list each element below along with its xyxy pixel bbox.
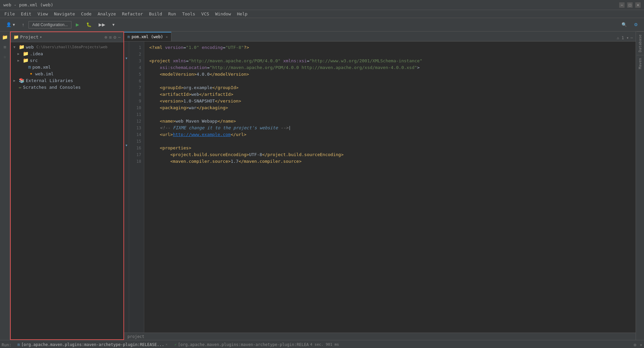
tree-pom-xml[interactable]: m pom.xml [11, 64, 123, 70]
tree-idea-folder[interactable]: ▶ 📁 .idea [11, 50, 123, 57]
project-panel-title[interactable]: 📁 Project ▾ [13, 34, 42, 40]
menu-view[interactable]: View [35, 11, 51, 17]
code-line-6 [149, 78, 631, 84]
fold-marker-7 [124, 82, 129, 88]
menu-code[interactable]: Code [78, 11, 94, 17]
maximize-button[interactable]: □ [627, 2, 633, 8]
menu-vcs[interactable]: VCS [199, 11, 212, 17]
account-button[interactable]: 👤 ▾ [3, 21, 18, 28]
run-tabs: Run: m [org.apache.maven.plugins:maven-a… [0, 340, 644, 348]
warning-count: ⚠ 1 ▾ [617, 36, 629, 40]
code-line-16: <properties> [149, 145, 631, 151]
line-num-12: 12 [129, 118, 144, 125]
right-sidebar: Database Maven [636, 31, 644, 340]
run-tab-badge: 4 sec. 901 ms [310, 342, 339, 347]
editor-area: m pom.xml (web) × ⚠ 1 ▾ ⋯ ▼ [124, 31, 636, 340]
tree-root-web[interactable]: ▼ 📁 web C:\Users\zhaoll\IdeaProjects\web [11, 44, 123, 50]
code-content[interactable]: <?xml version="1.0" encoding="UTF-8"?> <… [144, 42, 636, 333]
fold-marker-13 [124, 122, 129, 129]
close-button[interactable]: × [635, 2, 641, 8]
menu-navigate[interactable]: Navigate [51, 11, 78, 17]
line-num-1: 1 [129, 44, 144, 51]
menu-edit[interactable]: Edit [18, 11, 34, 17]
menu-build[interactable]: Build [146, 11, 165, 17]
run-success-icon: ✓ [174, 343, 176, 346]
tree-src-folder[interactable]: ▶ 📁 src [11, 57, 123, 64]
menu-window[interactable]: Window [213, 11, 234, 17]
right-tab-maven[interactable]: Maven [637, 55, 644, 72]
tree-web-iml[interactable]: 🔸 web.iml [11, 70, 123, 77]
line-num-9: 9 [129, 98, 144, 105]
sidebar-structure-icon[interactable]: ≡ [1, 43, 9, 51]
line-num-8: 8 [129, 91, 144, 98]
sidebar-project-icon[interactable]: 📁 [1, 33, 9, 41]
fold-marker-5 [124, 68, 129, 75]
add-configuration-button[interactable]: Add Configuration... [29, 21, 71, 28]
fold-marker-18 [124, 155, 129, 162]
minimize-button[interactable]: − [619, 2, 625, 8]
code-line-5: <modelVersion>4.0.0</modelVersion> [149, 71, 631, 78]
update-button[interactable]: ↑ [19, 21, 27, 28]
code-line-3: <project xmlns="http://maven.apache.org/… [149, 58, 631, 64]
expand-editor-button[interactable]: ⋯ [631, 36, 633, 40]
tab-pom-xml[interactable]: m pom.xml (web) × [124, 32, 171, 41]
fold-marker-15 [124, 135, 129, 142]
run-play-button[interactable]: ▶ [73, 21, 82, 28]
sort-icon[interactable]: ≡ [109, 34, 112, 40]
right-tab-database[interactable]: Database [637, 31, 644, 55]
fold-marker-1 [124, 42, 129, 48]
run-tab-2[interactable]: ✓ [org.apache.maven.plugins:maven-archet… [172, 341, 341, 348]
code-line-4: xsi:schemaLocation="http://maven.apache.… [149, 64, 631, 71]
expand-arrow-idea: ▶ [17, 52, 21, 56]
line-num-7: 7 [129, 84, 144, 91]
menu-analyze[interactable]: Analyze [95, 11, 119, 17]
line-num-2: 2 [129, 51, 144, 58]
fold-marker-9 [124, 95, 129, 102]
code-line-12: <name>web Maven Webapp</name> [149, 118, 631, 125]
code-line-17: <project.build.sourceEncoding>UTF-8</pro… [149, 151, 631, 158]
settings-button[interactable]: ⚙ [631, 21, 641, 28]
fold-gutter: ▼ ▼ [124, 42, 129, 333]
code-line-7: <groupId>org.example</groupId> [149, 84, 631, 91]
scratch-icon: ✏ [19, 84, 21, 90]
run-tab-close-1[interactable]: × [165, 343, 167, 346]
menu-run[interactable]: Run [165, 11, 178, 17]
debug-button[interactable]: 🐛 [84, 21, 94, 28]
panel-settings-icon[interactable]: ⚙ [113, 34, 116, 40]
line-num-10: 10 [129, 105, 144, 111]
toolbar: 👤 ▾ ↑ Add Configuration... ▶ 🐛 ▶▶ ▾ 🔍 ⚙ [0, 18, 644, 31]
fold-marker-2 [124, 48, 129, 55]
menu-help[interactable]: Help [234, 11, 250, 17]
fold-marker-4 [124, 62, 129, 68]
menu-refactor[interactable]: Refactor [119, 11, 146, 17]
run-settings-icon[interactable]: ⚙ [634, 342, 636, 347]
line-num-18: 18 [129, 158, 144, 165]
fold-marker-8 [124, 88, 129, 95]
line-num-14: 14 [129, 131, 144, 138]
locate-icon[interactable]: ⊕ [104, 34, 107, 40]
project-tree: ▼ 📁 web C:\Users\zhaoll\IdeaProjects\web… [11, 42, 123, 339]
menu-tools[interactable]: Tools [179, 11, 198, 17]
expand-arrow-web: ▼ [13, 45, 17, 49]
folder-icon: 📁 [13, 34, 19, 40]
run-tab-1[interactable]: m [org.apache.maven.plugins:maven-archet… [15, 341, 170, 348]
tree-scratches-consoles[interactable]: ✏ Scratches and Consoles [11, 84, 123, 90]
panel-minimize-icon[interactable]: − [118, 34, 121, 40]
search-everywhere-button[interactable]: 🔍 [619, 21, 630, 28]
run-coverage-button[interactable]: ▶▶ [96, 21, 108, 28]
tab-close-button[interactable]: × [166, 35, 168, 39]
code-line-10: <packaging>war</packaging> [149, 105, 631, 111]
project-panel-icons: ⊕ ≡ ⚙ − [104, 34, 121, 40]
run-close-icon[interactable]: × [640, 342, 642, 347]
code-line-9: <version>1.0-SNAPSHOT</version> [149, 98, 631, 105]
tree-external-libraries[interactable]: ▶ 📚 External Libraries [11, 77, 123, 84]
menu-file[interactable]: File [2, 11, 17, 17]
line-num-3: 3 [129, 58, 144, 64]
expand-arrow-ext: ▶ [13, 79, 17, 82]
line-num-13: 13 [129, 125, 144, 131]
line-num-4: 4 [129, 64, 144, 71]
line-num-17: 17 [129, 151, 144, 158]
more-run-button[interactable]: ▾ [110, 21, 117, 28]
sidebar-favorites-icon[interactable]: ☆ [1, 53, 9, 61]
src-folder-icon: 📁 [23, 58, 29, 63]
